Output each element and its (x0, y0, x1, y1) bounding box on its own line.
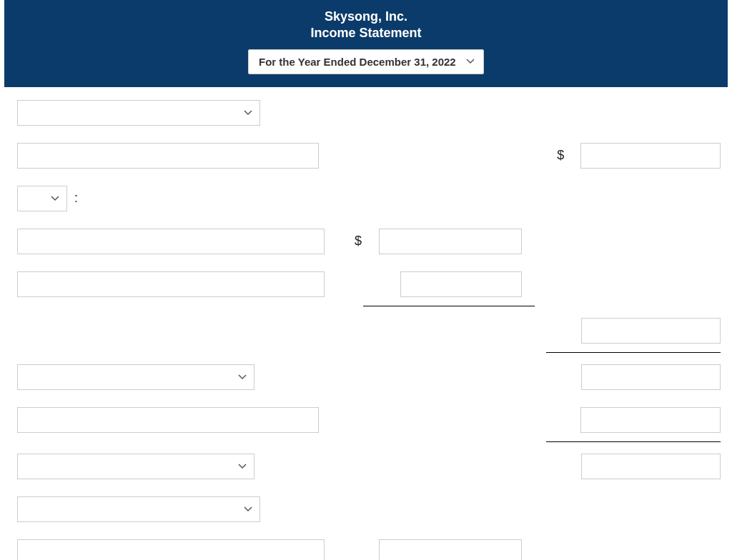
row-1-select[interactable] (17, 100, 260, 126)
subtotal-rule-right-2 (546, 441, 721, 442)
company-name: Skysong, Inc. (4, 9, 728, 25)
row-10-select[interactable] (17, 496, 260, 522)
row-4-amount[interactable] (379, 229, 522, 254)
row-9-amount[interactable] (581, 454, 721, 479)
row-4-text[interactable] (17, 229, 325, 254)
row-8 (17, 407, 721, 433)
row-4: $ (17, 229, 721, 254)
period-select[interactable]: For the Year Ended December 31, 2022 (248, 49, 484, 74)
row-7-select[interactable] (17, 364, 254, 390)
row-6-amount[interactable] (581, 318, 721, 344)
row-2-text[interactable] (17, 143, 319, 169)
statement-body: $ : $ (4, 100, 728, 560)
statement-title: Income Statement (4, 25, 728, 41)
row-8-text[interactable] (17, 407, 319, 433)
statement-header: Skysong, Inc. Income Statement For the Y… (4, 0, 728, 87)
currency-symbol: $ (355, 234, 362, 249)
row-10 (17, 496, 721, 522)
row-3-select[interactable] (17, 186, 67, 211)
row-9 (17, 454, 721, 479)
row-3: : (17, 186, 721, 211)
row-1 (17, 100, 721, 126)
row-11 (17, 539, 721, 560)
row-6 (17, 318, 721, 344)
row-5 (17, 271, 721, 297)
subtotal-rule-mid (363, 306, 535, 306)
row-8-amount[interactable] (580, 407, 721, 433)
row-5-amount[interactable] (400, 271, 522, 297)
currency-symbol: $ (557, 148, 564, 163)
row-9-select[interactable] (17, 454, 254, 479)
row-2: $ (17, 143, 721, 169)
subtotal-rule-right-1 (546, 352, 721, 353)
row-2-amount[interactable] (580, 143, 721, 169)
row-11-amount[interactable] (379, 539, 522, 560)
colon: : (74, 191, 78, 206)
row-7 (17, 364, 721, 390)
row-11-text[interactable] (17, 539, 325, 560)
row-7-amount[interactable] (581, 364, 721, 390)
row-5-text[interactable] (17, 271, 325, 297)
